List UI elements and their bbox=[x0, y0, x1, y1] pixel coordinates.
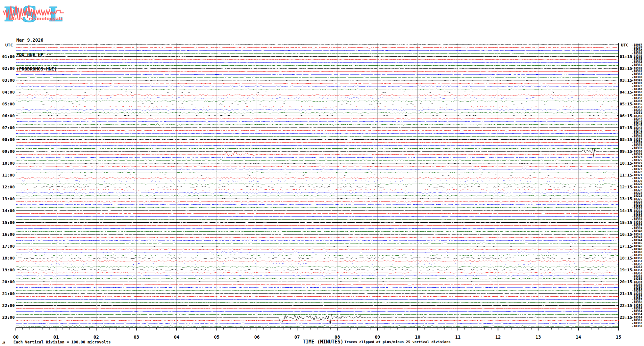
minute-tick-label-15: 15 bbox=[614, 334, 623, 340]
trace-row-89 bbox=[16, 308, 619, 309]
left-hour-label-19:00: 19:00 bbox=[0, 268, 15, 272]
right-quarter-label-03:15: 03:15 bbox=[620, 78, 632, 83]
trace-row-53 bbox=[16, 202, 619, 202]
right-quarter-label-23:15: 23:15 bbox=[620, 315, 632, 320]
baseline-value-row-15: -18366 bbox=[632, 88, 642, 91]
baseline-value-row-43: -18322 bbox=[632, 171, 642, 174]
trace-row-43 bbox=[16, 172, 619, 172]
trace-row-4 bbox=[16, 56, 619, 57]
trace-row-54 bbox=[16, 204, 619, 205]
trace-row-23 bbox=[16, 112, 619, 113]
right-quarter-label-12:15: 12:15 bbox=[620, 185, 632, 189]
trace-row-66 bbox=[16, 240, 619, 241]
trace-row-29 bbox=[16, 130, 619, 131]
left-hour-label-21:00: 21:00 bbox=[0, 292, 15, 296]
clipping-note: Traces clipped at plus/minus 25 vertical… bbox=[344, 340, 450, 344]
right-quarter-label-05:15: 05:15 bbox=[620, 102, 632, 106]
trace-row-22 bbox=[16, 110, 619, 111]
trace-row-63 bbox=[16, 231, 619, 232]
trace-row-11 bbox=[16, 77, 619, 78]
trace-row-52 bbox=[16, 199, 619, 199]
trace-row-79 bbox=[16, 278, 619, 279]
trace-row-48 bbox=[16, 187, 619, 187]
scale-prefix: .M bbox=[2, 342, 5, 344]
trace-row-70 bbox=[16, 252, 619, 253]
trace-row-91 bbox=[16, 314, 619, 315]
trace-row-77 bbox=[16, 273, 619, 273]
left-hour-label-10:00: 10:00 bbox=[0, 161, 15, 166]
trace-row-56 bbox=[16, 210, 619, 211]
trace-row-7 bbox=[16, 65, 619, 66]
right-quarter-label-17:15: 17:15 bbox=[620, 244, 632, 249]
baseline-value-row-71: -18349 bbox=[632, 254, 642, 257]
baseline-value-row-83: -18356 bbox=[632, 289, 642, 292]
left-hour-label-15:00: 15:00 bbox=[0, 220, 15, 225]
trace-row-2 bbox=[16, 50, 619, 51]
left-hour-label-20:00: 20:00 bbox=[0, 280, 15, 284]
right-quarter-label-02:15: 02:15 bbox=[620, 66, 632, 71]
left-hour-label-18:00: 18:00 bbox=[0, 256, 15, 260]
minute-tick-label-05: 05 bbox=[212, 334, 222, 340]
baseline-value-row-3: -18365 bbox=[632, 52, 642, 55]
trace-row-3 bbox=[16, 53, 619, 54]
minute-tick-label-13: 13 bbox=[533, 334, 543, 340]
trace-row-46 bbox=[16, 181, 619, 181]
trace-row-31 bbox=[16, 136, 619, 137]
trace-row-51 bbox=[16, 195, 619, 196]
right-quarter-label-01:15: 01:15 bbox=[620, 54, 632, 59]
trace-row-82 bbox=[16, 287, 619, 288]
trace-row-84 bbox=[16, 293, 619, 294]
trace-row-86 bbox=[16, 299, 619, 300]
right-quarter-label-20:15: 20:15 bbox=[620, 280, 632, 284]
baseline-value-row-23: -18351 bbox=[632, 111, 642, 114]
trace-row-75 bbox=[16, 266, 619, 268]
minute-tick-label-03: 03 bbox=[132, 334, 141, 340]
trace-row-72 bbox=[16, 258, 619, 259]
trace-row-67 bbox=[16, 243, 619, 243]
trace-row-94 bbox=[16, 323, 619, 324]
vertical-scale-note: Each Vertical Division = 100.00 microvol… bbox=[13, 340, 111, 344]
trace-row-65 bbox=[16, 237, 619, 238]
trace-row-28 bbox=[16, 128, 619, 128]
trace-row-69 bbox=[16, 249, 619, 250]
trace-row-92 bbox=[16, 314, 619, 324]
trace-row-68 bbox=[16, 246, 619, 247]
trace-row-74 bbox=[16, 263, 619, 265]
minute-tick-label-06: 06 bbox=[252, 334, 262, 340]
minute-tick-label-10: 10 bbox=[413, 334, 423, 340]
trace-row-26 bbox=[16, 121, 619, 122]
trace-row-14 bbox=[16, 86, 619, 86]
right-quarter-label-15:15: 15:15 bbox=[620, 220, 632, 225]
x-axis-title: TIME (MINUTES) bbox=[303, 339, 343, 345]
baseline-value-row-87: -18356 bbox=[632, 301, 642, 304]
trace-row-44 bbox=[16, 175, 619, 176]
trace-row-24 bbox=[16, 116, 619, 116]
trace-row-78 bbox=[16, 276, 619, 276]
baseline-value-row-19: -18356 bbox=[632, 100, 642, 103]
baseline-value-row-75: -18353 bbox=[632, 266, 642, 268]
trace-row-38 bbox=[16, 157, 619, 158]
right-quarter-label-14:15: 14:15 bbox=[620, 209, 632, 213]
left-hour-label-13:00: 13:00 bbox=[0, 197, 15, 201]
left-hour-label-22:00: 22:00 bbox=[0, 303, 15, 308]
minute-tick-label-11: 11 bbox=[453, 334, 463, 340]
right-quarter-label-13:15: 13:15 bbox=[620, 197, 632, 201]
baseline-value-row-51: -18323 bbox=[632, 194, 642, 197]
baseline-value-row-63: -18340 bbox=[632, 230, 642, 233]
right-quarter-label-08:15: 08:15 bbox=[620, 137, 632, 142]
trace-row-76 bbox=[16, 270, 619, 270]
minute-tick-label-14: 14 bbox=[574, 334, 583, 340]
right-quarter-label-18:15: 18:15 bbox=[620, 256, 632, 260]
trace-row-13 bbox=[16, 83, 619, 84]
trace-row-19 bbox=[16, 101, 619, 101]
trace-row-1 bbox=[16, 47, 619, 48]
minute-tick-label-00: 00 bbox=[11, 334, 21, 340]
trace-row-41 bbox=[16, 166, 619, 167]
baseline-value-row-55: -18330 bbox=[632, 206, 642, 209]
right-quarter-label-06:15: 06:15 bbox=[620, 114, 632, 118]
trace-row-49 bbox=[16, 190, 619, 190]
baseline-value-row-31: -18338 bbox=[632, 135, 642, 138]
minute-tick-label-12: 12 bbox=[493, 334, 503, 340]
trace-row-95 bbox=[16, 325, 619, 327]
trace-row-80 bbox=[16, 282, 619, 282]
